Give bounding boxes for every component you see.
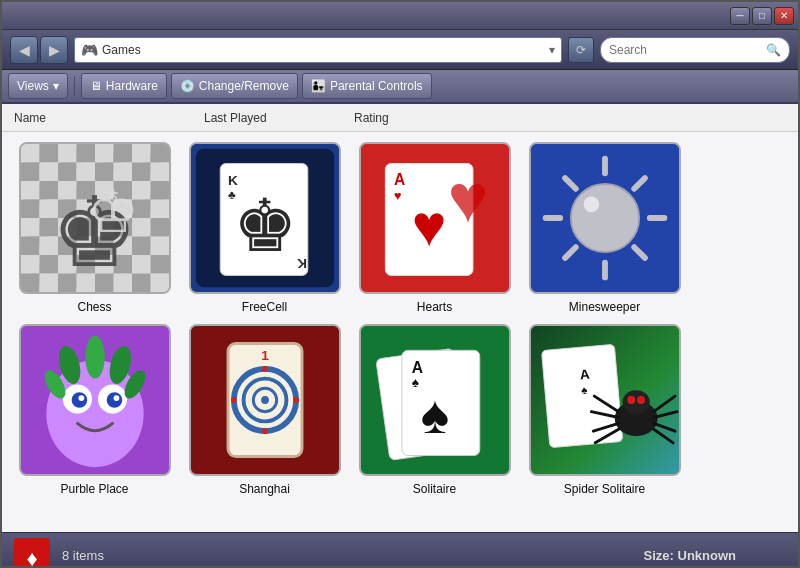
game-item-chess[interactable]: ♚ ♔ Chess — [17, 142, 172, 314]
nav-arrows: ◀ ▶ — [10, 36, 68, 64]
svg-point-53 — [230, 397, 236, 403]
svg-point-37 — [78, 395, 84, 401]
forward-button[interactable]: ▶ — [40, 36, 68, 64]
svg-text:♔: ♔ — [87, 179, 139, 244]
chess-label: Chess — [77, 300, 111, 314]
svg-point-67 — [622, 390, 649, 413]
address-bar[interactable]: 🎮 Games ▾ — [74, 37, 562, 63]
maximize-button[interactable]: □ — [752, 7, 772, 25]
svg-text:♚: ♚ — [232, 185, 297, 266]
hearts-label: Hearts — [417, 300, 452, 314]
svg-text:K: K — [296, 256, 306, 271]
game-item-minesweeper[interactable]: Minesweeper — [527, 142, 682, 314]
svg-point-52 — [262, 428, 268, 434]
status-size: Size: Unknown — [644, 548, 736, 563]
parental-controls-button[interactable]: 👨‍👧 Parental Controls — [302, 73, 432, 99]
close-button[interactable]: ✕ — [774, 7, 794, 25]
hardware-label: Hardware — [106, 79, 158, 93]
column-headers: Name Last Played Rating — [2, 104, 798, 132]
solitaire-icon: A ♠ ♠ — [359, 324, 511, 476]
status-game-icon: ♦ — [14, 538, 50, 569]
change-remove-button[interactable]: 💿 Change/Remove — [171, 73, 298, 99]
solitaire-svg: A ♠ ♠ — [361, 324, 509, 476]
nav-bar: ◀ ▶ 🎮 Games ▾ ⟳ 🔍 — [2, 30, 798, 70]
change-remove-icon: 💿 — [180, 79, 195, 93]
game-item-solitaire[interactable]: A ♠ ♠ Solitaire — [357, 324, 512, 496]
back-button[interactable]: ◀ — [10, 36, 38, 64]
game-item-hearts[interactable]: ♥ A ♥ ♥ Hearts — [357, 142, 512, 314]
views-dropdown-icon: ▾ — [53, 79, 59, 93]
svg-point-78 — [629, 397, 633, 401]
game-item-freecell[interactable]: ♚ K ♣ K FreeCell — [187, 142, 342, 314]
chess-svg: ♚ ♔ — [21, 142, 169, 294]
svg-point-21 — [570, 184, 638, 252]
games-row-1: ♚ ♔ Chess ♚ K ♣ K F — [17, 142, 783, 314]
purble-label: Purble Place — [60, 482, 128, 496]
address-text: Games — [102, 43, 545, 57]
refresh-button[interactable]: ⟳ — [568, 37, 594, 63]
spider-svg: A ♠ — [531, 324, 679, 476]
col-name-header[interactable]: Name — [14, 111, 204, 125]
svg-point-30 — [583, 197, 599, 213]
parental-controls-label: Parental Controls — [330, 79, 423, 93]
game-item-spider[interactable]: A ♠ — [527, 324, 682, 496]
purble-svg — [21, 324, 169, 476]
minesweeper-svg — [531, 142, 679, 294]
svg-text:♦: ♦ — [26, 546, 37, 569]
freecell-svg: ♚ K ♣ K — [191, 142, 339, 294]
status-item-count: 8 items — [62, 548, 104, 563]
svg-text:♥: ♥ — [394, 189, 402, 203]
col-last-played-header[interactable]: Last Played — [204, 111, 354, 125]
address-icon: 🎮 — [81, 42, 98, 58]
parental-controls-icon: 👨‍👧 — [311, 79, 326, 93]
toolbar: Views ▾ 🖥 Hardware 💿 Change/Remove 👨‍👧 P… — [2, 70, 798, 104]
title-bar-controls: ─ □ ✕ — [730, 7, 794, 25]
status-size-label: Size: — [644, 548, 674, 563]
minesweeper-label: Minesweeper — [569, 300, 640, 314]
spider-label: Spider Solitaire — [564, 482, 645, 496]
col-rating-header[interactable]: Rating — [354, 111, 504, 125]
spider-icon: A ♠ — [529, 324, 681, 476]
svg-text:♥: ♥ — [447, 160, 487, 236]
shanghai-icon: 1 — [189, 324, 341, 476]
svg-text:♠: ♠ — [411, 375, 418, 390]
games-row-2: Purble Place 1 — [17, 324, 783, 496]
freecell-label: FreeCell — [242, 300, 287, 314]
shanghai-label: Shanghai — [239, 482, 290, 496]
hardware-button[interactable]: 🖥 Hardware — [81, 73, 167, 99]
svg-point-40 — [85, 336, 104, 379]
chess-icon: ♚ ♔ — [19, 142, 171, 294]
views-button[interactable]: Views ▾ — [8, 73, 68, 99]
status-bar: ♦ 8 items Size: Unknown — [2, 532, 798, 568]
svg-text:A: A — [394, 171, 405, 188]
svg-text:1: 1 — [261, 348, 269, 363]
svg-text:♠: ♠ — [420, 385, 448, 444]
shanghai-svg: 1 — [191, 324, 339, 476]
title-bar: ─ □ ✕ — [2, 2, 798, 30]
search-icon: 🔍 — [766, 43, 781, 57]
minimize-button[interactable]: ─ — [730, 7, 750, 25]
svg-point-79 — [639, 397, 643, 401]
main-content: ♚ ♔ Chess ♚ K ♣ K F — [2, 132, 798, 532]
minesweeper-icon — [529, 142, 681, 294]
game-item-purble[interactable]: Purble Place — [17, 324, 172, 496]
svg-point-54 — [293, 397, 299, 403]
game-item-shanghai[interactable]: 1 Shanghai — [187, 324, 342, 496]
purble-icon — [19, 324, 171, 476]
freecell-icon: ♚ K ♣ K — [189, 142, 341, 294]
search-input[interactable] — [609, 43, 762, 57]
svg-point-51 — [262, 366, 268, 372]
svg-point-49 — [261, 396, 269, 404]
change-remove-label: Change/Remove — [199, 79, 289, 93]
svg-point-38 — [113, 395, 119, 401]
status-size-value: Unknown — [678, 548, 737, 563]
toolbar-separator-1 — [74, 76, 75, 96]
solitaire-label: Solitaire — [413, 482, 456, 496]
hearts-svg: ♥ A ♥ ♥ — [361, 142, 509, 294]
svg-text:A: A — [411, 359, 422, 376]
svg-text:♠: ♠ — [580, 383, 587, 396]
address-dropdown-icon[interactable]: ▾ — [549, 43, 555, 57]
search-bar[interactable]: 🔍 — [600, 37, 790, 63]
hardware-icon: 🖥 — [90, 79, 102, 93]
svg-text:♥: ♥ — [411, 193, 446, 258]
